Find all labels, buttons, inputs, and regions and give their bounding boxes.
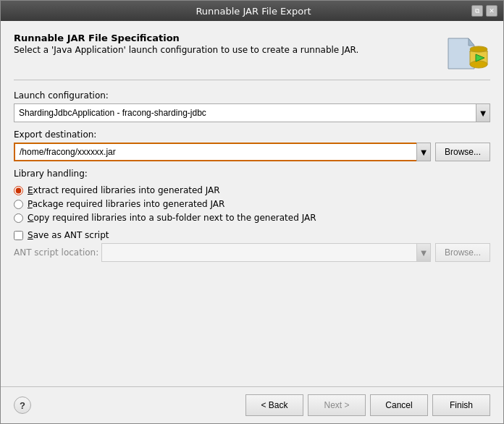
ant-checkbox-row: Save as ANT script [14, 230, 490, 240]
launch-config-dropdown-btn[interactable]: ▼ [476, 103, 490, 122]
library-handling-section: Library handling: Extract required libra… [14, 169, 490, 223]
window-controls: ⧉ ✕ [471, 5, 497, 17]
export-dest-input[interactable] [14, 143, 416, 161]
chevron-down-icon: ▼ [421, 148, 427, 156]
radio-row-extract: Extract required libraries into generate… [14, 185, 490, 195]
help-button[interactable]: ? [14, 397, 31, 414]
navigation-buttons: < Back Next > Cancel Finish [245, 394, 490, 416]
close-button[interactable]: ✕ [486, 5, 497, 17]
radio-package[interactable] [14, 200, 23, 209]
ant-location-row: ANT script location: ▼ Browse... [14, 243, 490, 262]
export-dest-section: Export destination: ▼ Browse... [14, 130, 490, 161]
export-dest-dropdown-btn[interactable]: ▼ [416, 143, 431, 161]
ant-script-label: Save as ANT script [28, 230, 109, 240]
library-handling-label: Library handling: [14, 169, 490, 179]
launch-config-section: Launch configuration: ▼ [14, 90, 490, 122]
next-button[interactable]: Next > [308, 394, 366, 416]
svg-marker-1 [469, 38, 474, 46]
svg-point-5 [470, 46, 487, 52]
ant-browse-button: Browse... [435, 243, 490, 262]
content-spacer [14, 269, 490, 379]
radio-row-package: Package required libraries into generate… [14, 199, 490, 209]
jar-icon [447, 33, 490, 72]
export-dest-row: ▼ Browse... [14, 143, 490, 161]
radio-copy-label: Copy required libraries into a sub-folde… [28, 213, 316, 223]
chevron-down-icon: ▼ [421, 249, 427, 257]
ant-script-section: Save as ANT script ANT script location: … [14, 230, 490, 262]
radio-extract[interactable] [14, 186, 23, 195]
header-divider [14, 80, 490, 80]
cancel-button[interactable]: Cancel [370, 394, 428, 416]
launch-config-label: Launch configuration: [14, 90, 490, 101]
export-dest-browse-button[interactable]: Browse... [435, 143, 490, 161]
radio-row-copy: Copy required libraries into a sub-folde… [14, 213, 490, 223]
radio-extract-label: Extract required libraries into generate… [28, 185, 220, 195]
ant-location-input [101, 243, 416, 262]
bottom-bar: ? < Back Next > Cancel Finish [1, 386, 503, 423]
launch-config-row: ▼ [14, 103, 490, 122]
jar-svg-icon [447, 33, 490, 72]
export-dest-label: Export destination: [14, 130, 490, 140]
content-area: Runnable JAR File Specification Select a… [1, 21, 503, 386]
restore-icon: ⧉ [475, 7, 479, 15]
restore-button[interactable]: ⧉ [471, 5, 483, 17]
launch-config-input[interactable] [14, 103, 476, 122]
ant-location-dropdown-btn: ▼ [416, 243, 431, 262]
header-row: Runnable JAR File Specification Select a… [14, 33, 490, 72]
page-title: Runnable JAR File Specification [14, 33, 447, 43]
back-button[interactable]: < Back [245, 394, 303, 416]
window-title: Runnable JAR File Export [35, 6, 471, 17]
title-bar: Runnable JAR File Export ⧉ ✕ [1, 1, 503, 21]
page-subtitle: Select a 'Java Application' launch confi… [14, 45, 447, 55]
radio-copy[interactable] [14, 213, 23, 223]
header-text-block: Runnable JAR File Specification Select a… [14, 33, 447, 55]
ant-script-checkbox[interactable] [14, 231, 23, 240]
close-icon: ✕ [489, 7, 495, 14]
ant-location-label: ANT script location: [14, 247, 98, 258]
chevron-down-icon: ▼ [480, 109, 486, 117]
main-window: Runnable JAR File Export ⧉ ✕ Runnable JA… [0, 0, 504, 424]
radio-package-label: Package required libraries into generate… [28, 199, 224, 209]
finish-button[interactable]: Finish [432, 394, 490, 416]
svg-point-4 [470, 61, 487, 68]
